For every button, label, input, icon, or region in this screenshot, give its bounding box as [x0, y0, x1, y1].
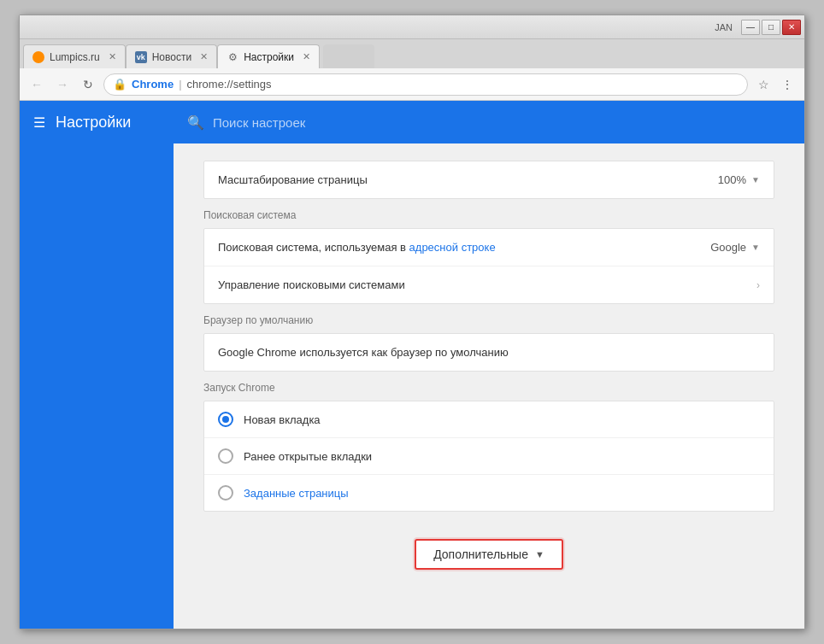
maximize-button[interactable]: □	[762, 20, 780, 35]
favicon-vk-icon: vk	[135, 51, 147, 63]
radio-new-tab-inner	[222, 416, 229, 423]
search-engine-card: Поисковая система, используемая в адресн…	[203, 228, 774, 304]
tab-novosti-label: Новости	[152, 51, 191, 63]
default-browser-label: Google Chrome используется как браузер п…	[218, 346, 760, 359]
manage-search-arrow-icon: ›	[756, 279, 760, 291]
title-bar: JAN — □ ✕	[20, 15, 804, 39]
settings-inner: Масштабирование страницы 100% ▼ Поискова…	[190, 143, 788, 612]
address-separator: |	[179, 78, 181, 91]
sidebar-title: Настройки	[56, 114, 131, 132]
close-button[interactable]: ✕	[782, 20, 801, 35]
radio-previous-tabs-circle	[218, 448, 233, 464]
radio-specified-pages[interactable]: Заданные страницы	[204, 475, 774, 511]
tab-novosti[interactable]: vk Новости ✕	[126, 44, 217, 68]
minimize-button[interactable]: —	[741, 20, 760, 35]
chrome-startup-card: Новая вкладка Ранее открытые вкладки Зад…	[203, 401, 774, 512]
page-zoom-row: Масштабирование страницы 100% ▼	[204, 161, 774, 198]
address-url: chrome://settings	[187, 78, 272, 91]
tab-novosti-close[interactable]: ✕	[200, 51, 208, 62]
radio-new-tab[interactable]: Новая вкладка	[204, 401, 774, 438]
default-browser-card: Google Chrome используется как браузер п…	[203, 333, 774, 372]
advanced-btn-arrow-icon: ▼	[535, 549, 544, 559]
tab-settings[interactable]: ⚙ Настройки ✕	[217, 44, 320, 68]
page-zoom-label: Масштабирование страницы	[218, 173, 718, 186]
address-actions: ☆ ⋮	[753, 74, 798, 95]
reload-button[interactable]: ↻	[78, 74, 98, 95]
chrome-label: Chrome	[132, 78, 174, 91]
browser-content: ☰ Настройки 🔍 Масштабирование страницы	[20, 101, 804, 629]
settings-scroll[interactable]: Масштабирование страницы 100% ▼ Поискова…	[174, 143, 804, 629]
page-zoom-arrow-icon: ▼	[751, 175, 760, 184]
tab-settings-label: Настройки	[244, 51, 294, 63]
manage-search-row[interactable]: Управление поисковыми системами ›	[204, 266, 774, 303]
search-engine-dropdown[interactable]: Google ▼	[710, 241, 760, 254]
search-engine-row: Поисковая система, используемая в адресн…	[204, 229, 774, 266]
manage-search-label: Управление поисковыми системами	[218, 278, 756, 291]
sidebar-header: ☰ Настройки	[20, 101, 174, 143]
default-browser-row: Google Chrome используется как браузер п…	[204, 334, 774, 371]
radio-new-tab-circle	[218, 412, 233, 427]
tab-lumpics-label: Lumpics.ru	[50, 51, 100, 63]
forward-button[interactable]: →	[52, 74, 73, 95]
favicon-settings-icon: ⚙	[227, 51, 238, 63]
browser-window: JAN — □ ✕ Lumpics.ru ✕ vk Новости ✕ ⚙ На…	[19, 15, 805, 629]
menu-button[interactable]: ⋮	[777, 74, 798, 95]
advanced-button[interactable]: Дополнительные ▼	[415, 539, 563, 570]
hamburger-icon[interactable]: ☰	[33, 114, 45, 131]
advanced-button-label: Дополнительные	[433, 547, 528, 561]
tab-new-placeholder	[323, 44, 374, 68]
advanced-btn-wrap: Дополнительные ▼	[203, 522, 774, 578]
radio-specified-pages-label: Заданные страницы	[244, 487, 349, 500]
search-engine-arrow-icon: ▼	[751, 243, 760, 252]
default-browser-section-label: Браузер по умолчанию	[203, 314, 774, 326]
secure-icon: 🔒	[113, 78, 127, 91]
search-input[interactable]	[213, 115, 791, 130]
title-bar-buttons: — □ ✕	[741, 20, 801, 35]
address-bar-link[interactable]: адресной строке	[409, 241, 496, 254]
search-icon: 🔍	[187, 114, 204, 131]
tab-lumpics[interactable]: Lumpics.ru ✕	[23, 44, 126, 68]
page-zoom-card: Масштабирование страницы 100% ▼	[203, 161, 774, 199]
search-engine-label: Поисковая система, используемая в адресн…	[218, 241, 710, 254]
search-engine-value: Google	[710, 241, 746, 254]
address-input-wrap[interactable]: 🔒 Chrome | chrome://settings	[103, 73, 748, 96]
title-bar-user: JAN	[715, 22, 733, 32]
page-zoom-dropdown[interactable]: 100% ▼	[718, 173, 760, 186]
page-zoom-value: 100%	[718, 173, 746, 186]
address-bar: ← → ↻ 🔒 Chrome | chrome://settings ☆ ⋮	[20, 68, 804, 101]
sidebar: ☰ Настройки	[20, 101, 174, 629]
tabs-bar: Lumpics.ru ✕ vk Новости ✕ ⚙ Настройки ✕	[20, 39, 804, 68]
page-content: 🔍 Масштабирование страницы 100% ▼	[174, 101, 804, 629]
radio-specified-pages-circle	[218, 485, 233, 501]
radio-previous-tabs-label: Ранее открытые вкладки	[244, 450, 372, 463]
tab-lumpics-close[interactable]: ✕	[109, 51, 116, 62]
search-engine-section-label: Поисковая система	[203, 209, 774, 221]
bookmark-button[interactable]: ☆	[753, 74, 774, 95]
search-bar: 🔍	[174, 101, 804, 143]
tab-settings-close[interactable]: ✕	[303, 51, 310, 62]
radio-new-tab-label: Новая вкладка	[244, 413, 321, 426]
favicon-lumpics-icon	[32, 51, 44, 63]
radio-previous-tabs[interactable]: Ранее открытые вкладки	[204, 438, 774, 475]
back-button[interactable]: ←	[26, 74, 47, 95]
chrome-startup-section-label: Запуск Chrome	[203, 382, 774, 394]
